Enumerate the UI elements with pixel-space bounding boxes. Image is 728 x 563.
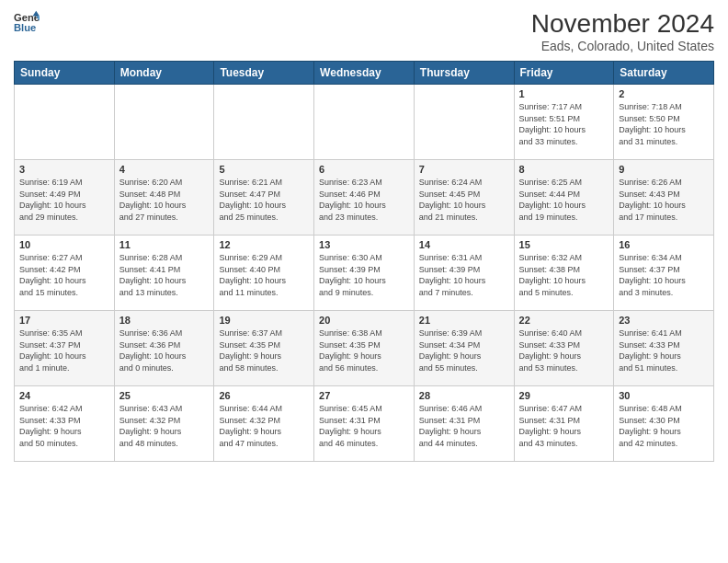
- week-row-5: 24Sunrise: 6:42 AM Sunset: 4:33 PM Dayli…: [15, 386, 714, 462]
- day-cell: [114, 85, 214, 160]
- logo: General Blue: [14, 9, 40, 35]
- day-number: 28: [419, 390, 509, 401]
- day-cell: 2Sunrise: 7:18 AM Sunset: 5:50 PM Daylig…: [614, 85, 714, 160]
- day-info: Sunrise: 6:32 AM Sunset: 4:38 PM Dayligh…: [519, 252, 609, 298]
- day-cell: 28Sunrise: 6:46 AM Sunset: 4:31 PM Dayli…: [414, 386, 514, 462]
- day-info: Sunrise: 6:28 AM Sunset: 4:41 PM Dayligh…: [119, 252, 210, 298]
- day-info: Sunrise: 6:30 AM Sunset: 4:39 PM Dayligh…: [319, 252, 409, 298]
- day-cell: 25Sunrise: 6:43 AM Sunset: 4:32 PM Dayli…: [114, 386, 214, 462]
- day-info: Sunrise: 6:27 AM Sunset: 4:42 PM Dayligh…: [19, 252, 109, 298]
- day-cell: 30Sunrise: 6:48 AM Sunset: 4:30 PM Dayli…: [614, 386, 714, 462]
- day-number: 12: [219, 239, 309, 250]
- weekday-header-row: SundayMondayTuesdayWednesdayThursdayFrid…: [15, 62, 714, 85]
- day-number: 25: [119, 390, 210, 401]
- weekday-header-thursday: Thursday: [414, 62, 514, 85]
- day-info: Sunrise: 6:41 AM Sunset: 4:33 PM Dayligh…: [619, 327, 709, 373]
- day-cell: [314, 85, 415, 160]
- day-info: Sunrise: 6:29 AM Sunset: 4:40 PM Dayligh…: [219, 252, 309, 298]
- day-cell: 14Sunrise: 6:31 AM Sunset: 4:39 PM Dayli…: [414, 236, 514, 311]
- day-info: Sunrise: 6:46 AM Sunset: 4:31 PM Dayligh…: [419, 403, 509, 449]
- day-info: Sunrise: 6:36 AM Sunset: 4:36 PM Dayligh…: [119, 327, 210, 373]
- day-number: 23: [619, 315, 709, 326]
- day-info: Sunrise: 6:47 AM Sunset: 4:31 PM Dayligh…: [519, 403, 609, 449]
- day-number: 22: [519, 315, 609, 326]
- day-number: 11: [119, 239, 210, 250]
- page-container: General Blue November 2024 Eads, Colorad…: [0, 0, 728, 466]
- day-cell: 11Sunrise: 6:28 AM Sunset: 4:41 PM Dayli…: [114, 236, 214, 311]
- day-info: Sunrise: 6:42 AM Sunset: 4:33 PM Dayligh…: [19, 403, 109, 449]
- day-number: 7: [419, 164, 509, 175]
- day-cell: 9Sunrise: 6:26 AM Sunset: 4:43 PM Daylig…: [614, 160, 714, 236]
- day-info: Sunrise: 6:38 AM Sunset: 4:35 PM Dayligh…: [319, 327, 409, 373]
- day-number: 18: [119, 315, 210, 326]
- day-number: 5: [219, 164, 309, 175]
- day-number: 3: [19, 164, 109, 175]
- subtitle: Eads, Colorado, United States: [531, 39, 714, 53]
- day-cell: 8Sunrise: 6:25 AM Sunset: 4:44 PM Daylig…: [514, 160, 614, 236]
- day-number: 4: [119, 164, 210, 175]
- day-cell: 18Sunrise: 6:36 AM Sunset: 4:36 PM Dayli…: [114, 311, 214, 386]
- day-info: Sunrise: 6:23 AM Sunset: 4:46 PM Dayligh…: [319, 177, 409, 223]
- day-cell: 5Sunrise: 6:21 AM Sunset: 4:47 PM Daylig…: [214, 160, 314, 236]
- day-info: Sunrise: 6:24 AM Sunset: 4:45 PM Dayligh…: [419, 177, 509, 223]
- day-cell: 12Sunrise: 6:29 AM Sunset: 4:40 PM Dayli…: [214, 236, 314, 311]
- day-number: 1: [519, 88, 609, 99]
- day-number: 29: [519, 390, 609, 401]
- day-cell: 29Sunrise: 6:47 AM Sunset: 4:31 PM Dayli…: [514, 386, 614, 462]
- weekday-header-wednesday: Wednesday: [314, 62, 415, 85]
- day-cell: 20Sunrise: 6:38 AM Sunset: 4:35 PM Dayli…: [314, 311, 415, 386]
- day-cell: 4Sunrise: 6:20 AM Sunset: 4:48 PM Daylig…: [114, 160, 214, 236]
- day-info: Sunrise: 6:19 AM Sunset: 4:49 PM Dayligh…: [19, 177, 109, 223]
- day-cell: 6Sunrise: 6:23 AM Sunset: 4:46 PM Daylig…: [314, 160, 415, 236]
- day-info: Sunrise: 7:17 AM Sunset: 5:51 PM Dayligh…: [519, 101, 609, 147]
- weekday-header-tuesday: Tuesday: [214, 62, 314, 85]
- weekday-header-monday: Monday: [114, 62, 214, 85]
- main-title: November 2024: [531, 9, 714, 39]
- day-number: 24: [19, 390, 109, 401]
- day-cell: 23Sunrise: 6:41 AM Sunset: 4:33 PM Dayli…: [614, 311, 714, 386]
- day-cell: [414, 85, 514, 160]
- day-number: 6: [319, 164, 409, 175]
- day-number: 30: [619, 390, 709, 401]
- day-cell: 10Sunrise: 6:27 AM Sunset: 4:42 PM Dayli…: [15, 236, 115, 311]
- day-cell: 27Sunrise: 6:45 AM Sunset: 4:31 PM Dayli…: [314, 386, 415, 462]
- day-info: Sunrise: 6:31 AM Sunset: 4:39 PM Dayligh…: [419, 252, 509, 298]
- day-number: 19: [219, 315, 309, 326]
- day-number: 13: [319, 239, 409, 250]
- day-cell: 19Sunrise: 6:37 AM Sunset: 4:35 PM Dayli…: [214, 311, 314, 386]
- day-info: Sunrise: 6:44 AM Sunset: 4:32 PM Dayligh…: [219, 403, 309, 449]
- day-number: 16: [619, 239, 709, 250]
- week-row-1: 1Sunrise: 7:17 AM Sunset: 5:51 PM Daylig…: [15, 85, 714, 160]
- day-info: Sunrise: 6:20 AM Sunset: 4:48 PM Dayligh…: [119, 177, 210, 223]
- title-block: November 2024 Eads, Colorado, United Sta…: [531, 9, 714, 53]
- day-cell: 21Sunrise: 6:39 AM Sunset: 4:34 PM Dayli…: [414, 311, 514, 386]
- week-row-2: 3Sunrise: 6:19 AM Sunset: 4:49 PM Daylig…: [15, 160, 714, 236]
- week-row-4: 17Sunrise: 6:35 AM Sunset: 4:37 PM Dayli…: [15, 311, 714, 386]
- day-number: 2: [619, 88, 709, 99]
- day-info: Sunrise: 6:48 AM Sunset: 4:30 PM Dayligh…: [619, 403, 709, 449]
- day-info: Sunrise: 6:40 AM Sunset: 4:33 PM Dayligh…: [519, 327, 609, 373]
- day-info: Sunrise: 6:21 AM Sunset: 4:47 PM Dayligh…: [219, 177, 309, 223]
- day-number: 27: [319, 390, 409, 401]
- day-cell: 7Sunrise: 6:24 AM Sunset: 4:45 PM Daylig…: [414, 160, 514, 236]
- day-info: Sunrise: 6:25 AM Sunset: 4:44 PM Dayligh…: [519, 177, 609, 223]
- weekday-header-saturday: Saturday: [614, 62, 714, 85]
- day-number: 9: [619, 164, 709, 175]
- day-info: Sunrise: 6:37 AM Sunset: 4:35 PM Dayligh…: [219, 327, 309, 373]
- day-info: Sunrise: 6:39 AM Sunset: 4:34 PM Dayligh…: [419, 327, 509, 373]
- day-info: Sunrise: 6:34 AM Sunset: 4:37 PM Dayligh…: [619, 252, 709, 298]
- svg-text:Blue: Blue: [14, 22, 36, 33]
- day-cell: 13Sunrise: 6:30 AM Sunset: 4:39 PM Dayli…: [314, 236, 415, 311]
- week-row-3: 10Sunrise: 6:27 AM Sunset: 4:42 PM Dayli…: [15, 236, 714, 311]
- weekday-header-friday: Friday: [514, 62, 614, 85]
- day-cell: 15Sunrise: 6:32 AM Sunset: 4:38 PM Dayli…: [514, 236, 614, 311]
- day-number: 14: [419, 239, 509, 250]
- header-section: General Blue November 2024 Eads, Colorad…: [14, 9, 714, 53]
- day-cell: 26Sunrise: 6:44 AM Sunset: 4:32 PM Dayli…: [214, 386, 314, 462]
- day-number: 20: [319, 315, 409, 326]
- day-cell: [214, 85, 314, 160]
- day-cell: 22Sunrise: 6:40 AM Sunset: 4:33 PM Dayli…: [514, 311, 614, 386]
- day-cell: 1Sunrise: 7:17 AM Sunset: 5:51 PM Daylig…: [514, 85, 614, 160]
- day-number: 17: [19, 315, 109, 326]
- day-cell: 3Sunrise: 6:19 AM Sunset: 4:49 PM Daylig…: [15, 160, 115, 236]
